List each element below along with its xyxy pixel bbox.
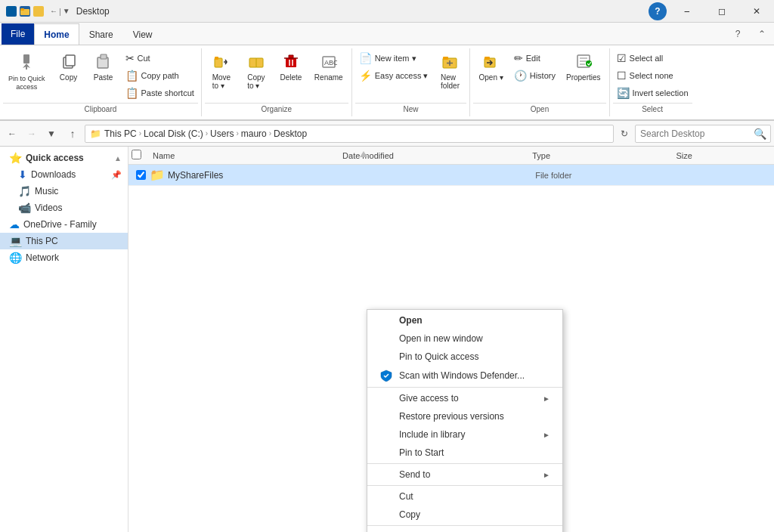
tab-view[interactable]: View [123, 23, 163, 45]
rename-button[interactable]: ABC Rename [309, 50, 348, 85]
bc-mauro[interactable]: mauro [241, 128, 267, 139]
pin-quick-access-button[interactable]: Pin to Quickaccess [3, 50, 51, 94]
ribbon-collapse-btn[interactable]: ⌃ [753, 25, 771, 43]
invert-label: Invert selection [633, 88, 689, 97]
cm-library-arrow: ► [543, 431, 550, 439]
sidebar-item-quick-access[interactable]: ⭐ Quick access ▲ [0, 150, 128, 166]
sidebar-item-music[interactable]: 🎵 Music [0, 183, 128, 200]
title-icon-folder [20, 6, 30, 17]
delete-button[interactable]: Delete [274, 50, 308, 85]
cm-create-shortcut[interactable]: Create shortcut [367, 527, 562, 532]
copy-to-button[interactable]: Copyto ▾ [240, 50, 273, 93]
move-to-button[interactable]: Moveto ▾ [205, 50, 238, 93]
paste-shortcut-button[interactable]: 📋 Paste shortcut [122, 85, 198, 101]
title-expand[interactable]: ▼ [63, 7, 70, 15]
cm-open[interactable]: Open [367, 311, 562, 329]
paste-label: Paste [94, 73, 113, 82]
sidebar-item-network[interactable]: 🌐 Network [0, 249, 128, 266]
cm-give-access[interactable]: Give access to ► [367, 389, 562, 407]
organize-items: Moveto ▾ Copyto ▾ [205, 50, 348, 101]
title-undo[interactable]: ← [50, 7, 57, 15]
sidebar: ⭐ Quick access ▲ ⬇ Downloads 📌 🎵 Music 📹… [0, 147, 128, 532]
sidebar-item-this-pc[interactable]: 💻 This PC [0, 233, 128, 249]
window-title: Desktop [76, 6, 649, 17]
recent-locations-button[interactable]: ▼ [42, 125, 60, 143]
easy-access-button[interactable]: ⚡ Easy access ▾ [355, 67, 432, 84]
tab-file[interactable]: File [2, 23, 34, 45]
file-checkbox-col [132, 170, 150, 180]
cm-send-to[interactable]: Send to ► [367, 466, 562, 484]
cm-sep-2 [367, 463, 562, 464]
header-date[interactable]: Date modified [339, 151, 529, 160]
folder-icon: 📁 [150, 168, 165, 182]
cm-pin-quick-access[interactable]: Pin to Quick access [367, 348, 562, 366]
table-row[interactable]: 📁 MyShareFiles File folder [128, 165, 774, 186]
select-none-button[interactable]: ☐ Select none [613, 67, 692, 84]
select-label: Select [613, 103, 692, 115]
svg-rect-1 [20, 8, 24, 11]
select-all-checkbox[interactable] [132, 150, 141, 159]
quick-access-icon: ⭐ [9, 152, 22, 164]
header-size[interactable]: Size [673, 151, 771, 160]
bc-local-disk[interactable]: Local Disk (C:) [144, 128, 203, 139]
cm-restore-versions[interactable]: Restore previous versions [367, 407, 562, 425]
new-item-button[interactable]: 📄 New item ▾ [355, 50, 432, 66]
help-button[interactable]: ? [649, 2, 667, 20]
open-small-btns: ✏ Edit 🕐 History [510, 50, 559, 84]
open-label: Open ▾ [478, 73, 503, 82]
cm-open-new-label: Open in new window [399, 333, 483, 344]
open-button[interactable]: Open ▾ [473, 50, 508, 85]
select-all-button[interactable]: ☑ Select all [613, 50, 692, 66]
new-folder-icon [441, 53, 458, 72]
new-folder-button[interactable]: Newfolder [433, 50, 466, 93]
tab-home[interactable]: Home [34, 23, 79, 45]
sidebar-item-onedrive[interactable]: ☁ OneDrive - Family [0, 216, 128, 233]
history-button[interactable]: 🕐 History [510, 67, 559, 84]
back-button[interactable]: ← [3, 125, 21, 143]
copy-button[interactable]: Copy [52, 50, 85, 85]
file-checkbox[interactable] [136, 170, 146, 180]
cm-cut[interactable]: Cut [367, 487, 562, 506]
tab-share[interactable]: Share [79, 23, 123, 45]
header-type[interactable]: Type [529, 151, 673, 160]
close-button[interactable]: ✕ [739, 0, 774, 23]
header-name[interactable]: Name [150, 151, 339, 160]
onedrive-icon: ☁ [9, 218, 20, 230]
cm-copy[interactable]: Copy [367, 506, 562, 524]
bc-users[interactable]: Users [210, 128, 234, 139]
invert-selection-button[interactable]: 🔄 Invert selection [613, 85, 692, 101]
edit-button[interactable]: ✏ Edit [510, 50, 559, 66]
ribbon-group-organize: Moveto ▾ Copyto ▾ [202, 48, 352, 116]
copy-path-button[interactable]: 📋 Copy path [122, 67, 198, 84]
svg-rect-4 [26, 66, 27, 70]
quick-access-expand: ▲ [114, 154, 122, 162]
refresh-button[interactable]: ↻ [615, 125, 633, 143]
svg-rect-2 [23, 54, 29, 63]
new-items: 📄 New item ▾ ⚡ Easy access ▾ [355, 50, 467, 101]
cm-include-library[interactable]: Include in library ► [367, 425, 562, 444]
svg-rect-20 [443, 57, 448, 60]
up-button[interactable]: ↑ [62, 125, 83, 143]
cm-pin-start-label: Pin to Start [399, 447, 444, 458]
paste-button[interactable]: Paste [87, 50, 120, 85]
sidebar-item-videos[interactable]: 📹 Videos [0, 200, 128, 216]
cm-open-new-window[interactable]: Open in new window [367, 329, 562, 348]
cm-pin-start[interactable]: Pin to Start [367, 444, 562, 462]
bc-this-pc[interactable]: This PC [104, 128, 137, 139]
properties-ribbon-button[interactable]: Properties [561, 50, 606, 85]
forward-button[interactable]: → [23, 125, 41, 143]
ribbon-group-open: Open ▾ ✏ Edit 🕐 History [470, 48, 609, 116]
bc-desktop[interactable]: Desktop [274, 128, 307, 139]
svg-rect-24 [485, 57, 490, 60]
ribbon-help-btn[interactable]: ? [729, 25, 747, 43]
header-check-col [132, 150, 150, 162]
cut-button[interactable]: ✂ Cut [122, 50, 198, 66]
sidebar-item-downloads[interactable]: ⬇ Downloads 📌 [0, 166, 128, 183]
history-icon: 🕐 [514, 70, 527, 82]
minimize-button[interactable]: ‒ [670, 0, 704, 23]
maximize-button[interactable]: ◻ [704, 0, 739, 23]
cm-scan-defender[interactable]: Scan with Windows Defender... [367, 366, 562, 385]
clipboard-label: Clipboard [3, 103, 198, 115]
search-input[interactable] [635, 125, 771, 143]
cm-library-label: Include in library [399, 429, 465, 440]
